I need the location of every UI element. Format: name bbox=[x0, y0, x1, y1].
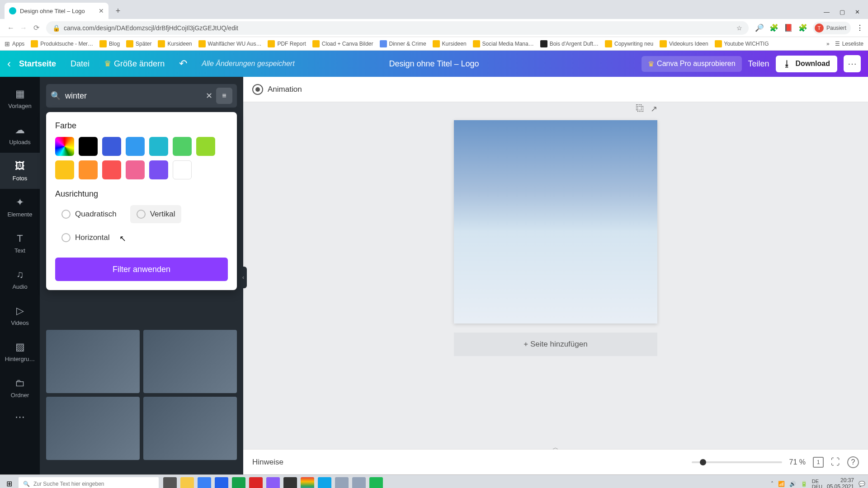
taskbar-app-icon[interactable] bbox=[163, 477, 177, 488]
orientation-vertical[interactable]: Vertikal bbox=[130, 205, 182, 223]
document-title[interactable]: Design ohne Titel – Logo bbox=[389, 59, 479, 69]
bookmark-item[interactable]: Dinner & Crime bbox=[380, 40, 426, 47]
color-swatch-multicolor[interactable] bbox=[55, 137, 74, 156]
rail-elements[interactable]: ✦Elemente bbox=[0, 189, 40, 225]
slider-handle[interactable] bbox=[700, 459, 706, 465]
resize-button[interactable]: ♛Größe ändern bbox=[104, 59, 165, 69]
extension-icon[interactable]: 🧩 bbox=[769, 23, 778, 32]
bookmark-item[interactable]: Später bbox=[126, 40, 151, 47]
taskbar-app-icon[interactable] bbox=[283, 477, 297, 488]
color-swatch-yellow[interactable] bbox=[55, 160, 74, 179]
hints-button[interactable]: Hinweise bbox=[252, 458, 283, 467]
window-minimize-icon[interactable]: — bbox=[824, 9, 830, 15]
browser-tab[interactable]: Design ohne Titel – Logo ✕ bbox=[5, 3, 108, 19]
color-swatch-blue[interactable] bbox=[102, 137, 121, 156]
rail-text[interactable]: TText bbox=[0, 225, 40, 261]
photo-thumbnail[interactable] bbox=[46, 330, 140, 393]
taskbar-app-icon[interactable] bbox=[352, 477, 366, 488]
nav-reload-button[interactable]: ⟳ bbox=[30, 22, 42, 34]
taskbar-app-icon[interactable] bbox=[266, 477, 280, 488]
nav-forward-button[interactable]: → bbox=[17, 22, 30, 34]
rail-photos[interactable]: 🖼Fotos bbox=[0, 153, 40, 189]
share-button[interactable]: Teilen bbox=[748, 59, 769, 69]
zoom-percent[interactable]: 71 % bbox=[789, 458, 806, 466]
color-swatch-red[interactable] bbox=[102, 160, 121, 179]
more-menu-button[interactable]: ⋯ bbox=[844, 55, 861, 72]
color-swatch-black[interactable] bbox=[79, 137, 98, 156]
animation-button[interactable]: Animation bbox=[252, 84, 302, 95]
search-input[interactable] bbox=[65, 91, 203, 101]
bookmark-item[interactable]: Copywriting neu bbox=[605, 40, 653, 47]
rail-videos[interactable]: ▷Videos bbox=[0, 297, 40, 333]
extension-icon[interactable]: 🔎 bbox=[755, 23, 764, 32]
tray-clock[interactable]: 20:37 05.05.2021 bbox=[827, 478, 854, 488]
color-swatch-pink[interactable] bbox=[126, 160, 145, 179]
bookmark-item[interactable]: Videokurs Ideen bbox=[660, 40, 708, 47]
tray-notifications-icon[interactable]: 💬 bbox=[859, 481, 865, 487]
file-menu[interactable]: Datei bbox=[71, 59, 90, 69]
taskbar-app-icon[interactable] bbox=[249, 477, 263, 488]
taskbar-app-icon[interactable] bbox=[232, 477, 245, 488]
profile-button[interactable]: T Pausiert bbox=[813, 22, 851, 34]
tray-language[interactable]: DE DEU bbox=[812, 479, 822, 488]
color-swatch-lime[interactable] bbox=[196, 137, 215, 156]
window-maximize-icon[interactable]: ▢ bbox=[840, 9, 845, 15]
taskbar-app-icon[interactable] bbox=[318, 477, 331, 488]
orientation-square[interactable]: Quadratisch bbox=[55, 205, 123, 223]
taskbar-app-icon[interactable] bbox=[335, 477, 349, 488]
add-page-button[interactable]: + Seite hinzufügen bbox=[454, 333, 657, 356]
tray-chevron-icon[interactable]: ˄ bbox=[771, 481, 774, 487]
apps-button[interactable]: ⊞Apps bbox=[5, 40, 24, 47]
bookmark-item[interactable]: PDF Report bbox=[268, 40, 306, 47]
fullscreen-icon[interactable]: ⛶ bbox=[831, 457, 840, 467]
bookmark-item[interactable]: Youtube WICHTIG bbox=[715, 40, 769, 47]
download-button[interactable]: ⭳Download bbox=[776, 56, 837, 72]
bookmark-item[interactable]: Produktsuche - Mer… bbox=[31, 40, 93, 47]
extension-icon[interactable]: 🧩 bbox=[798, 23, 807, 32]
try-pro-button[interactable]: ♛Canva Pro ausprobieren bbox=[642, 56, 741, 72]
bookmark-item[interactable]: Social Media Mana… bbox=[473, 40, 534, 47]
bookmarks-overflow-button[interactable]: » bbox=[826, 41, 830, 47]
rail-folders[interactable]: 🗀Ordner bbox=[0, 370, 40, 406]
canvas-stage[interactable]: ⿻ ↗ + Seite hinzufügen bbox=[243, 102, 868, 449]
taskbar-spotify-icon[interactable] bbox=[369, 477, 383, 488]
taskbar-search[interactable]: 🔍Zur Suche Text hier eingeben bbox=[19, 477, 159, 488]
color-swatch-purple[interactable] bbox=[149, 160, 168, 179]
close-tab-icon[interactable]: ✕ bbox=[99, 7, 104, 14]
rail-templates[interactable]: ▦Vorlagen bbox=[0, 80, 40, 117]
photo-thumbnail[interactable] bbox=[46, 397, 140, 460]
taskbar-chrome-icon[interactable] bbox=[301, 477, 314, 488]
chrome-menu-icon[interactable]: ⋮ bbox=[856, 23, 863, 32]
bookmark-item[interactable]: Blog bbox=[99, 40, 120, 47]
taskbar-app-icon[interactable] bbox=[180, 477, 194, 488]
color-swatch-white[interactable] bbox=[173, 160, 192, 179]
grid-view-icon[interactable]: 1 bbox=[813, 457, 824, 468]
clear-search-button[interactable]: ✕ bbox=[206, 91, 212, 101]
bookmark-item[interactable]: Kursideen bbox=[433, 40, 467, 47]
rail-uploads[interactable]: ☁Uploads bbox=[0, 117, 40, 153]
star-icon[interactable]: ☆ bbox=[736, 24, 742, 32]
color-swatch-cyan[interactable] bbox=[149, 137, 168, 156]
share-page-icon[interactable]: ↗ bbox=[651, 104, 657, 114]
color-swatch-orange[interactable] bbox=[79, 160, 98, 179]
new-tab-button[interactable]: + bbox=[111, 4, 125, 18]
photo-thumbnail[interactable] bbox=[143, 330, 237, 393]
start-button[interactable]: ⊞ bbox=[3, 479, 16, 488]
color-swatch-lightblue[interactable] bbox=[126, 137, 145, 156]
window-close-icon[interactable]: ✕ bbox=[855, 9, 860, 15]
search-field[interactable]: 🔍 ✕ ≡ bbox=[46, 84, 237, 108]
orientation-horizontal[interactable]: Horizontal bbox=[55, 229, 116, 247]
filter-toggle-button[interactable]: ≡ bbox=[216, 88, 232, 104]
bookmark-item[interactable]: Wahlfächer WU Aus… bbox=[198, 40, 262, 47]
apply-filter-button[interactable]: Filter anwenden bbox=[55, 258, 228, 281]
rail-more[interactable]: ⋯ bbox=[0, 406, 40, 428]
design-page[interactable] bbox=[454, 120, 657, 324]
taskbar-app-icon[interactable] bbox=[198, 477, 211, 488]
reading-list-button[interactable]: ☰Leseliste bbox=[835, 41, 863, 47]
bookmark-item[interactable]: Cload + Canva Bilder bbox=[312, 40, 373, 47]
extension-icon[interactable]: 📕 bbox=[784, 23, 793, 32]
duplicate-page-icon[interactable]: ⿻ bbox=[636, 104, 644, 114]
taskbar-app-icon[interactable] bbox=[215, 477, 228, 488]
tray-wifi-icon[interactable]: 📶 bbox=[778, 481, 785, 487]
url-input[interactable]: 🔒 canva.com/design/DAEdomzscjl/drBfjHdCo… bbox=[46, 21, 749, 35]
